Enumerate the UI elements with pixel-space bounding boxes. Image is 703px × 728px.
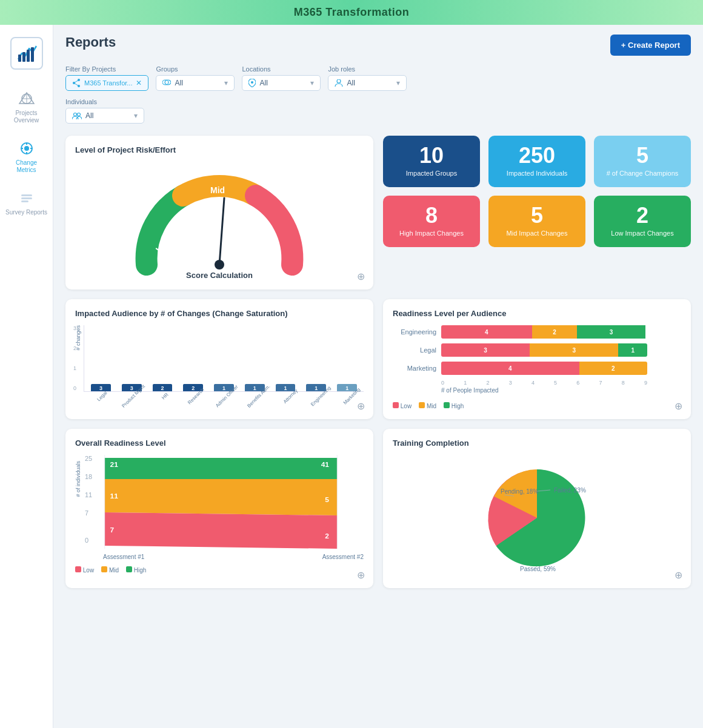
readiness-row-marketing: Marketing 4 2 [393,362,681,375]
assessment2-label: Assessment #2 [322,554,364,560]
kpi-mid-impact: 5 Mid Impact Changes [488,196,585,247]
training-zoom-icon[interactable]: ⊕ [675,569,682,581]
filter-projects-input[interactable]: M365 Transfor... ✕ [65,75,148,91]
page-title: Reports [65,35,116,50]
person-icon [335,79,343,87]
sidebar: Projects Overview Change Metrics Survey … [0,25,53,728]
top-section: Level of Project Risk/Effort Low [65,136,691,290]
gauge-card: Level of Project Risk/Effort Low [65,136,373,290]
kpi-low-value: 2 [636,205,648,227]
svg-text:0: 0 [85,537,88,543]
filter-locations: Locations All ▾ [242,65,321,91]
filter-groups-label: Groups [156,65,235,73]
kpi-mid-label: Mid Impact Changes [507,229,568,237]
svg-rect-3 [31,47,34,62]
svg-line-20 [74,83,79,86]
svg-text:2: 2 [325,532,329,539]
training-card: Training Completion [383,429,691,588]
overall-legend-mid: Mid [101,566,119,574]
filter-projects-label: Filter By Projects [65,65,148,73]
svg-text:25: 25 [85,455,92,462]
svg-marker-40 [105,512,337,549]
legend-high-label: High [444,402,464,409]
create-report-button[interactable]: + Create Report [610,35,691,56]
location-icon [248,79,256,87]
project-tag: M365 Transfor... [84,79,132,87]
readiness-title: Readiness Level per Audience [393,309,681,318]
pie-container: Failed, 23% Pending, 18% Passed, 59% [393,457,681,578]
svg-line-19 [74,80,79,83]
kpi-impacted-groups: 10 Impacted Groups [383,136,480,187]
svg-rect-14 [21,197,32,199]
filter-job-roles-label: Job roles [328,65,407,73]
svg-text:Pending, 18%: Pending, 18% [501,488,538,495]
page-title-area: Reports [65,35,116,50]
readiness-zoom-icon[interactable]: ⊕ [675,400,682,412]
saturation-zoom-icon[interactable]: ⊕ [357,400,365,412]
readiness-label-engineering: Engineering [393,328,436,336]
app-title: M365 Transformation [294,6,410,18]
readiness-label-marketing: Marketing [393,365,436,372]
svg-rect-13 [21,194,32,196]
readiness-row-engineering: Engineering 4 2 3 [393,325,681,339]
kpi-high-label: High Impact Changes [399,229,464,237]
individuals-value: All [85,111,93,120]
svg-text:Passed, 59%: Passed, 59% [520,566,556,572]
kpi-groups-value: 10 [419,145,444,167]
sidebar-item-change-metrics-label: Change Metrics [5,159,48,174]
filter-locations-label: Locations [242,65,321,73]
svg-text:11: 11 [85,492,92,498]
svg-marker-38 [105,458,337,479]
svg-point-8 [24,146,29,151]
sidebar-item-change-metrics[interactable]: Change Metrics [3,135,50,179]
close-icon[interactable]: ✕ [136,79,142,87]
svg-rect-0 [18,55,21,62]
svg-rect-1 [22,52,25,62]
chevron-down-groups-icon: ▾ [224,79,228,87]
svg-text:21: 21 [110,461,119,468]
charts-row: Impacted Audience by # of Changes (Chang… [65,299,691,419]
top-bar: M365 Transformation [0,0,703,25]
svg-line-27 [219,198,224,265]
svg-rect-2 [27,50,30,62]
overall-readiness-chart: 25 18 11 7 0 [85,455,364,552]
svg-marker-39 [105,479,337,515]
change-saturation-title: Impacted Audience by # of Changes (Chang… [75,309,364,318]
filter-locations-input[interactable]: All ▾ [242,75,321,91]
filter-job-roles-input[interactable]: All ▾ [328,75,407,91]
svg-text:11: 11 [110,492,119,499]
individuals-icon [72,112,82,119]
svg-text:5: 5 [325,496,329,503]
overall-readiness-title: Overall Readiness Level [75,438,364,448]
kpi-groups-label: Impacted Groups [406,169,457,177]
kpi-individuals-label: Impacted Individuals [507,169,567,177]
chevron-down-jobroles-icon: ▾ [396,79,400,87]
kpi-champions-label: # of Change Champions [607,169,679,177]
kpi-champions-value: 5 [636,145,648,167]
overall-legend-high: High [126,566,146,574]
share-icon [72,79,81,87]
svg-point-25 [74,113,77,116]
header-row: Reports + Create Report [65,35,691,56]
filter-individuals-input[interactable]: All ▾ [65,108,144,124]
kpi-mid-value: 5 [531,205,543,227]
filter-job-roles: Job roles All ▾ [328,65,407,91]
svg-text:7: 7 [110,526,115,533]
overall-legend-low: Low [75,566,94,574]
job-roles-value: All [347,79,355,87]
overall-readiness-zoom-icon[interactable]: ⊕ [357,569,365,581]
sidebar-item-survey-reports[interactable]: Survey Reports [3,185,50,221]
filters-row: Filter By Projects M365 Transfor... ✕ Gr… [65,65,691,91]
sidebar-item-survey-reports-label: Survey Reports [5,209,47,216]
readiness-x-label: # of People Impacted [441,387,499,394]
filter-individuals: Individuals All ▾ [65,98,144,124]
legend-low-label: Low [393,402,411,409]
sidebar-item-projects[interactable]: Projects Overview [3,85,50,129]
readiness-label-legal: Legal [393,346,436,354]
gauge-zoom-icon[interactable]: ⊕ [357,271,365,282]
filter-groups: Groups All ▾ [156,65,235,91]
kpi-low-label: Low Impact Changes [611,229,673,237]
overall-readiness-card: Overall Readiness Level # of individuals… [65,429,373,588]
filter-projects: Filter By Projects M365 Transfor... ✕ [65,65,148,91]
filter-groups-input[interactable]: All ▾ [156,75,235,91]
